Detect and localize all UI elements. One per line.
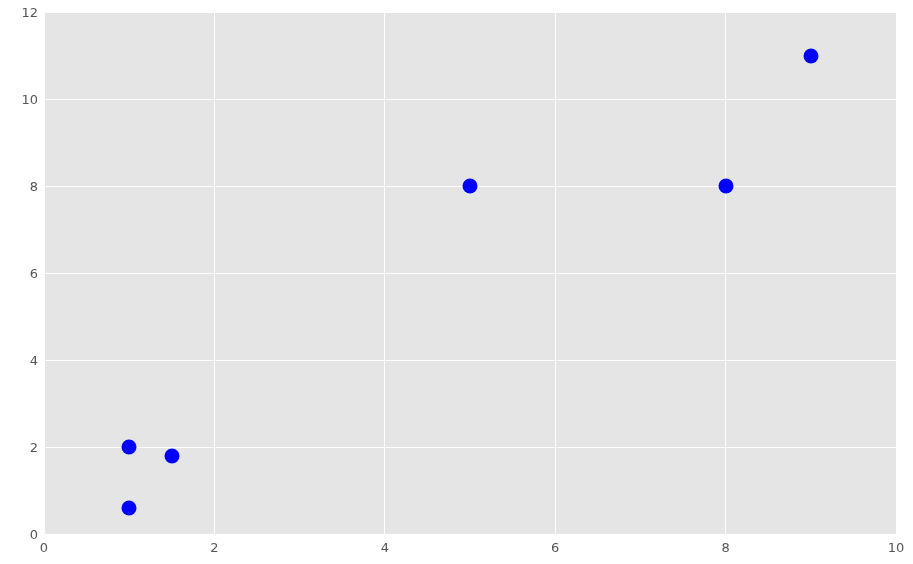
x-tick-label: 10 (888, 540, 905, 555)
gridline-v (214, 12, 215, 534)
y-tick-label: 2 (20, 440, 38, 455)
scatter-point (122, 500, 137, 515)
x-tick-label: 2 (210, 540, 218, 555)
chart-figure: 0246810 024681012 (0, 0, 913, 564)
y-tick-label: 4 (20, 353, 38, 368)
scatter-point (718, 179, 733, 194)
x-tick-label: 4 (381, 540, 389, 555)
gridline-v (555, 12, 556, 534)
gridline-v (725, 12, 726, 534)
y-tick-label: 0 (20, 527, 38, 542)
x-tick-label: 8 (721, 540, 729, 555)
gridline-v (896, 12, 897, 534)
scatter-point (803, 48, 818, 63)
gridline-v (44, 12, 45, 534)
gridline-h (44, 360, 896, 361)
y-tick-label: 6 (20, 266, 38, 281)
scatter-point (122, 440, 137, 455)
x-tick-label: 6 (551, 540, 559, 555)
gridline-h (44, 534, 896, 535)
scatter-point (463, 179, 478, 194)
gridline-h (44, 99, 896, 100)
scatter-point (164, 448, 179, 463)
y-tick-label: 8 (20, 179, 38, 194)
gridline-v (384, 12, 385, 534)
gridline-h (44, 273, 896, 274)
y-tick-label: 12 (20, 5, 38, 20)
x-tick-label: 0 (40, 540, 48, 555)
y-tick-label: 10 (20, 92, 38, 107)
gridline-h (44, 12, 896, 13)
